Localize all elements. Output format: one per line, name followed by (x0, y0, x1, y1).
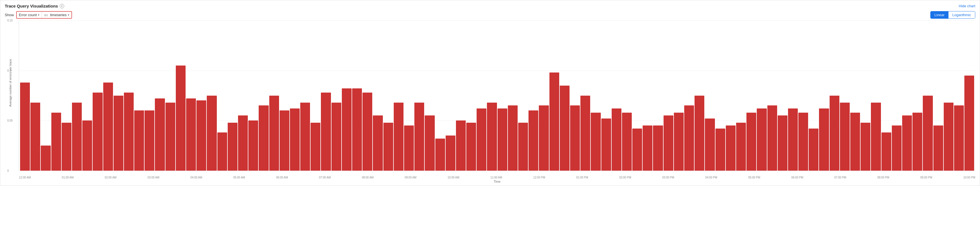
bar-group (632, 21, 642, 171)
bar (217, 132, 227, 171)
bar-group (269, 21, 279, 171)
bar-group (435, 21, 445, 171)
page-title: Trace Query Visualizations (5, 4, 58, 8)
bar-group (414, 21, 424, 171)
bar (290, 108, 300, 171)
bar-group (300, 21, 310, 171)
bar (259, 105, 269, 171)
bar (850, 113, 860, 171)
bar (518, 123, 528, 171)
x-label: 04:00 AM (190, 176, 202, 179)
bar (809, 129, 818, 171)
x-label: 03:00 AM (148, 176, 159, 179)
bar (746, 113, 756, 171)
bar (435, 138, 445, 171)
bar-group (746, 21, 756, 171)
bar (103, 83, 113, 171)
linear-scale-button[interactable]: Linear (931, 11, 948, 18)
bar (632, 129, 642, 171)
metric-selector-box: Error count ▾ as timeseries ▾ (16, 11, 72, 19)
bar (124, 92, 134, 171)
x-label: 10:00 PM (963, 176, 975, 179)
bar (20, 83, 30, 171)
bar (819, 108, 829, 171)
y-tick-label: 0.15 (7, 19, 13, 22)
bar-group (41, 21, 51, 171)
bar-group (466, 21, 476, 171)
bar (643, 126, 652, 171)
bar (487, 103, 497, 171)
bar-group (508, 21, 518, 171)
bar (539, 105, 549, 171)
bar-group (881, 21, 891, 171)
bar (549, 73, 559, 171)
bar-group (321, 21, 331, 171)
view-value: timeseries (50, 13, 67, 17)
bar (726, 126, 735, 171)
x-label: 05:00 PM (748, 176, 760, 179)
bar-group (612, 21, 621, 171)
x-label: 10:00 AM (448, 176, 459, 179)
bar (653, 126, 663, 171)
metric-dropdown[interactable]: Error count ▾ (17, 12, 42, 18)
bar-group (705, 21, 714, 171)
bar-group (581, 21, 590, 171)
bar (321, 92, 331, 171)
x-label: 09:00 PM (920, 176, 932, 179)
show-row: Show Error count ▾ as timeseries ▾ (5, 11, 72, 19)
bar-group (560, 21, 570, 171)
bar (93, 92, 102, 171)
bar-group (62, 21, 72, 171)
main-container: Trace Query Visualizations ℹ Hide chart … (0, 0, 980, 186)
x-label: 11:00 AM (490, 176, 502, 179)
bar (165, 103, 175, 171)
x-label: 12:00 AM (19, 176, 31, 179)
bar-group (20, 21, 30, 171)
x-label: 04:00 PM (705, 176, 717, 179)
bar-group (363, 21, 372, 171)
chart-inner: 0.150.10.05012:00 AM01:00 AM02:00 AM03:0… (19, 21, 975, 171)
bar (581, 95, 590, 171)
bar-group (923, 21, 932, 171)
bar-group (518, 21, 528, 171)
bar (72, 103, 82, 171)
hide-chart-button[interactable]: Hide chart (959, 4, 975, 8)
bar-group (871, 21, 881, 171)
bar-group (850, 21, 860, 171)
bar (134, 110, 144, 171)
bar (881, 132, 891, 171)
show-label: Show (5, 13, 14, 17)
bar (964, 76, 974, 171)
bar-group (404, 21, 414, 171)
bar (310, 123, 320, 171)
as-label: as (44, 13, 48, 17)
view-dropdown[interactable]: as timeseries ▾ (42, 12, 72, 18)
bar-group (383, 21, 393, 171)
bar-group (456, 21, 466, 171)
bar (663, 116, 673, 171)
bar (674, 113, 684, 171)
x-label: 03:00 PM (662, 176, 674, 179)
bar (363, 92, 372, 171)
bar (601, 119, 611, 171)
x-label: 07:00 AM (319, 176, 331, 179)
bar-group (767, 21, 777, 171)
logarithmic-scale-button[interactable]: Logarithmic (948, 11, 975, 18)
bar (716, 129, 725, 171)
bar-group (902, 21, 912, 171)
x-label: 01:00 PM (576, 176, 588, 179)
bar (912, 113, 922, 171)
info-icon[interactable]: ℹ (60, 4, 64, 8)
bar-group (757, 21, 767, 171)
bar (82, 121, 92, 171)
bar-group (248, 21, 258, 171)
bar-group (653, 21, 663, 171)
bar (705, 119, 714, 171)
bar-group (684, 21, 694, 171)
bar-group (892, 21, 902, 171)
bar (114, 95, 123, 171)
bar (466, 123, 476, 171)
bar (51, 113, 61, 171)
metric-chevron-icon: ▾ (38, 13, 39, 16)
bar-group (82, 21, 92, 171)
